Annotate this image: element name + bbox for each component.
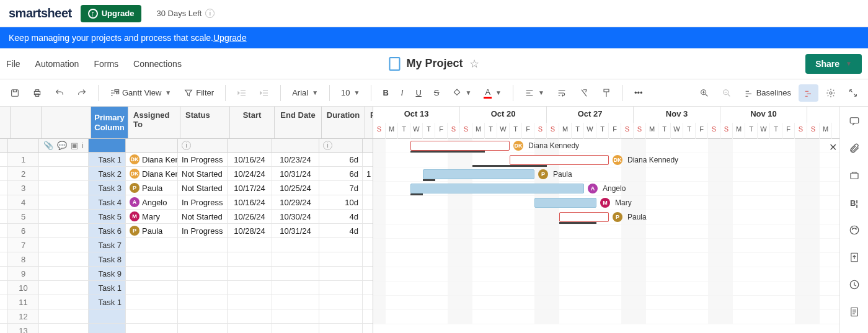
attachments-icon[interactable] xyxy=(845,139,864,158)
gantt-row[interactable] xyxy=(373,253,868,267)
table-row[interactable]: 3Task 3PPaulaNot Started10/17/2410/25/24… xyxy=(0,181,373,195)
cell-status[interactable]: In Progress xyxy=(178,224,228,238)
cell-assigned[interactable] xyxy=(126,238,178,252)
col-start[interactable]: Start xyxy=(230,107,275,138)
cell-status[interactable] xyxy=(178,309,228,323)
col-status[interactable]: Status xyxy=(180,107,230,138)
cell-end[interactable]: 10/30/24 xyxy=(272,210,319,223)
gantt-bar[interactable] xyxy=(423,169,534,179)
cell-task[interactable]: Task 1 xyxy=(89,153,126,166)
proofs-icon[interactable] xyxy=(845,166,864,185)
cell-status[interactable]: Not Started xyxy=(178,210,228,223)
gantt-row[interactable] xyxy=(373,282,868,296)
menu-connections[interactable]: Connections xyxy=(133,59,182,69)
cell-start[interactable] xyxy=(228,238,272,252)
duration-info-icon[interactable]: i xyxy=(323,141,332,150)
cell-duration[interactable] xyxy=(319,252,363,266)
indent-icon[interactable] xyxy=(254,84,274,102)
col-end[interactable]: End Date xyxy=(275,107,322,138)
cell-task[interactable]: Task 8 xyxy=(89,252,126,266)
favorite-star-icon[interactable]: ☆ xyxy=(469,57,479,71)
gantt-row[interactable]: MMary xyxy=(373,196,868,210)
undo-icon[interactable] xyxy=(50,84,69,102)
cell-task[interactable] xyxy=(89,309,126,323)
gantt-row[interactable]: DKDiana Kennedy xyxy=(373,139,868,153)
cell-end[interactable] xyxy=(272,281,319,295)
cell-start[interactable]: 10/28/24 xyxy=(228,224,272,238)
info-icon[interactable]: i xyxy=(205,9,215,18)
cell-assigned[interactable] xyxy=(126,295,178,309)
menu-file[interactable]: File xyxy=(6,59,20,69)
settings-icon[interactable] xyxy=(821,84,841,102)
cell-task[interactable]: Task 6 xyxy=(89,224,126,238)
cell-assigned[interactable] xyxy=(126,252,178,266)
cell-end[interactable] xyxy=(272,324,319,333)
format-painter-icon[interactable] xyxy=(596,84,616,102)
cell-status[interactable] xyxy=(178,252,228,266)
outdent-icon[interactable] xyxy=(232,84,252,102)
cell-task[interactable]: Task 1 xyxy=(89,281,126,295)
brandfolder-icon[interactable]: B¦ xyxy=(845,193,864,212)
cell-end[interactable] xyxy=(272,309,319,323)
cell-predecessor[interactable] xyxy=(363,324,373,333)
row-info-icon[interactable]: i xyxy=(82,141,84,150)
cell-assigned[interactable] xyxy=(126,324,178,333)
cell-predecessor[interactable] xyxy=(363,295,373,309)
attachment-icon[interactable]: 📎 xyxy=(43,141,53,150)
cell-task[interactable] xyxy=(89,324,126,333)
cell-predecessor[interactable] xyxy=(363,267,373,280)
cell-predecessor[interactable]: 1 xyxy=(363,167,373,180)
activity-log-icon[interactable] xyxy=(845,221,864,239)
gantt-row[interactable] xyxy=(373,310,868,324)
cell-task[interactable]: Task 1 xyxy=(89,295,126,309)
zoom-in-icon[interactable] xyxy=(694,84,714,102)
table-row[interactable]: 2Task 2DKDiana KenNot Started10/24/2410/… xyxy=(0,167,373,181)
cell-status[interactable]: Not Started xyxy=(178,181,228,195)
cell-start[interactable]: 10/26/24 xyxy=(228,210,272,223)
cell-end[interactable] xyxy=(272,252,319,266)
table-row[interactable]: 9Task 9 xyxy=(0,267,373,281)
cell-duration[interactable] xyxy=(319,309,363,323)
gantt-bar[interactable] xyxy=(410,184,584,193)
cell-start[interactable] xyxy=(228,324,272,333)
table-row[interactable]: 5Task 5MMaryNot Started10/26/2410/30/244… xyxy=(0,210,373,224)
cell-assigned[interactable] xyxy=(126,309,178,323)
gantt-row[interactable]: PPaula xyxy=(373,210,868,224)
cell-start[interactable] xyxy=(228,252,272,266)
cell-status[interactable] xyxy=(178,281,228,295)
cell-duration[interactable]: 4d xyxy=(319,210,363,223)
col-p[interactable]: P xyxy=(365,107,373,138)
cell-duration[interactable] xyxy=(319,281,363,295)
cell-start[interactable] xyxy=(228,281,272,295)
cell-assigned[interactable]: AAngelo xyxy=(126,195,178,209)
table-row[interactable]: 10Task 1 xyxy=(0,281,373,295)
cell-predecessor[interactable] xyxy=(363,210,373,223)
proof-icon[interactable]: ▣ xyxy=(71,141,78,150)
cell-predecessor[interactable] xyxy=(363,195,373,209)
cell-predecessor[interactable] xyxy=(363,238,373,252)
cell-status[interactable] xyxy=(178,324,228,333)
cell-predecessor[interactable] xyxy=(363,153,373,166)
cell-end[interactable] xyxy=(272,238,319,252)
cell-predecessor[interactable] xyxy=(363,181,373,195)
cell-predecessor[interactable] xyxy=(363,252,373,266)
status-info-icon[interactable]: i xyxy=(182,141,191,150)
cell-task[interactable]: Task 5 xyxy=(89,210,126,223)
cell-predecessor[interactable] xyxy=(363,281,373,295)
col-duration[interactable]: Duration xyxy=(322,107,365,138)
table-row[interactable]: 12 xyxy=(0,309,373,324)
baselines-button[interactable]: Baselines xyxy=(739,84,796,102)
cell-duration[interactable] xyxy=(319,238,363,252)
cell-status[interactable] xyxy=(178,238,228,252)
print-icon[interactable] xyxy=(27,84,47,102)
share-button[interactable]: Share ▼ xyxy=(805,54,862,74)
view-selector[interactable]: Gantt View ▼ xyxy=(105,84,176,102)
critical-path-icon[interactable] xyxy=(799,84,818,102)
cell-end[interactable]: 10/31/24 xyxy=(272,167,319,180)
cell-start[interactable] xyxy=(228,309,272,323)
menu-forms[interactable]: Forms xyxy=(94,59,118,69)
cell-duration[interactable]: 10d xyxy=(319,195,363,209)
cell-end[interactable]: 10/29/24 xyxy=(272,195,319,209)
col-primary[interactable]: Primary Column xyxy=(91,107,128,138)
cell-assigned[interactable] xyxy=(126,281,178,295)
